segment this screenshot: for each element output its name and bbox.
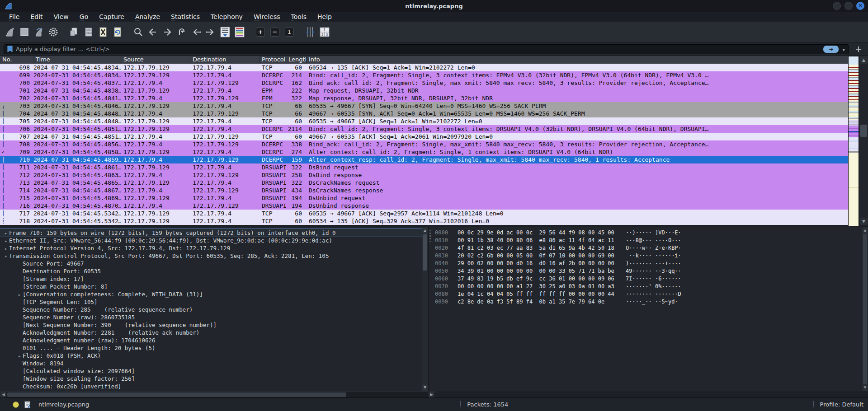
menu-item-telephony[interactable]: Telephony [206, 13, 247, 21]
hex-scrollbar-thumb[interactable] [863, 234, 867, 384]
details-scrollbar-thumb[interactable] [423, 234, 427, 271]
find-packet-icon[interactable] [132, 25, 145, 39]
packet-row-712[interactable]: │7122024-07-31 04:54:45.4863…172.17.79.4… [0, 171, 848, 179]
scroll-right-icon[interactable] [429, 392, 434, 397]
menu-item-file[interactable]: File [5, 13, 24, 21]
number-columns-icon[interactable]: 123 [318, 25, 331, 39]
packet-row-699[interactable]: 6992024-07-31 04:54:45.4834…172.17.79.12… [0, 71, 848, 79]
close-file-icon[interactable] [96, 25, 110, 39]
menu-item-analyze[interactable]: Analyze [131, 13, 165, 21]
menu-item-go[interactable]: Go [75, 13, 93, 21]
hex-row-0010[interactable]: 001000 91 1b 38 40 00 80 06 e8 86 ac 11 … [435, 237, 681, 244]
packet-row-709[interactable]: ✓7092024-07-31 04:54:45.4858…172.17.79.1… [0, 148, 848, 156]
column-header-source[interactable]: Source [121, 56, 190, 64]
detail-line[interactable]: Acknowledgment Number: 2281 (relative ac… [0, 329, 422, 336]
packet-list-scrollbar[interactable] [859, 56, 868, 225]
close-button[interactable] [856, 2, 864, 10]
zoom-in-icon[interactable] [254, 25, 267, 39]
hex-row-0030[interactable]: 003020 02 c2 6b 00 00 05 00 0f 07 10 00 … [435, 252, 681, 260]
apply-filter-button[interactable] [823, 46, 839, 53]
packet-row-702[interactable]: 7022024-07-31 04:54:45.4841…172.17.79.41… [0, 94, 848, 102]
maximize-button[interactable] [844, 2, 853, 10]
packet-row-714[interactable]: │7142024-07-31 04:54:45.4867…172.17.79.4… [0, 187, 848, 194]
packet-row-710[interactable]: │7102024-07-31 04:54:45.4859…172.17.79.4… [0, 156, 848, 163]
column-header-protocol[interactable]: Protocol [259, 56, 286, 64]
restart-capture-icon[interactable] [32, 25, 46, 39]
detail-line[interactable]: ▸[Conversation completeness: Complete, W… [0, 290, 422, 298]
go-to-packet-icon[interactable] [175, 25, 189, 39]
capture-comment-icon[interactable] [24, 401, 30, 408]
hex-scrollbar[interactable] [862, 227, 868, 391]
menu-item-capture[interactable]: Capture [94, 13, 129, 21]
zoom-out-icon[interactable] [268, 25, 282, 39]
packet-row-707[interactable]: │7072024-07-31 04:54:45.4851…172.17.79.4… [0, 133, 848, 140]
detail-line[interactable]: ▸Frame 710: 159 bytes on wire (1272 bits… [0, 229, 422, 237]
expand-icon[interactable]: ▸ [16, 352, 23, 360]
menu-item-edit[interactable]: Edit [26, 13, 47, 21]
hex-scroll-up-icon[interactable] [863, 228, 868, 234]
detail-line[interactable]: Sequence Number (raw): 2860735185 [0, 313, 422, 321]
packet-row-705[interactable]: │7052024-07-31 04:54:45.4848…172.17.79.1… [0, 117, 848, 125]
resize-columns-icon[interactable] [303, 25, 317, 39]
menu-item-wireless[interactable]: Wireless [249, 13, 285, 21]
packet-row-713[interactable]: │7132024-07-31 04:54:45.4865…172.17.79.1… [0, 179, 848, 187]
packet-list-minimap[interactable] [848, 56, 859, 225]
hex-row-0090[interactable]: 0090c2 8e de 0a f3 5f 89 f4 0b a1 35 7e … [435, 298, 681, 306]
hex-row-0050[interactable]: 005034 39 01 00 00 00 00 00 00 00 33 05 … [435, 267, 681, 275]
packet-row-698[interactable]: 6982024-07-31 04:54:45.4834…172.17.79.12… [0, 64, 848, 71]
packet-row-708[interactable]: │7082024-07-31 04:54:45.4856…172.17.79.4… [0, 140, 848, 148]
hex-row-0020[interactable]: 00204f 81 c2 03 ec 77 aa 83 5a d1 65 9a … [435, 244, 681, 252]
expert-info-icon[interactable] [13, 402, 19, 408]
go-forward-icon[interactable] [160, 25, 174, 39]
menu-item-statistics[interactable]: Statistics [166, 13, 204, 21]
detail-line[interactable]: ▸Internet Protocol Version 4, Src: 172.1… [0, 244, 422, 252]
status-profile[interactable]: Profile: Default [820, 401, 863, 408]
column-header-time[interactable]: Time [33, 56, 121, 64]
details-scroll-down-icon[interactable] [422, 384, 428, 391]
pane-splitter[interactable] [429, 227, 432, 391]
expand-icon[interactable]: ▸ [3, 229, 9, 237]
zoom-100-icon[interactable] [283, 25, 296, 39]
capture-options-icon[interactable] [47, 25, 60, 39]
go-back-icon[interactable] [146, 25, 160, 39]
scroll-up-icon[interactable] [860, 56, 868, 64]
detail-line[interactable]: [TCP Segment Len: 105] [0, 298, 422, 306]
packet-row-715[interactable]: │7152024-07-31 04:54:45.4869…172.17.79.1… [0, 194, 848, 202]
menu-item-help[interactable]: Help [313, 13, 336, 21]
detail-line[interactable]: Sequence Number: 285 (relative sequence … [0, 306, 422, 313]
detail-line[interactable]: [Stream Packet Number: 8] [0, 283, 422, 290]
details-scroll-up-icon[interactable] [422, 228, 428, 234]
go-first-icon[interactable] [189, 25, 203, 39]
details-horizontal-scrollbar[interactable] [0, 391, 435, 397]
h-scrollbar-thumb[interactable] [7, 392, 346, 397]
packet-row-703[interactable]: ┌7032024-07-31 04:54:45.4846…172.17.79.1… [0, 102, 848, 110]
start-capture-icon[interactable] [3, 25, 17, 39]
detail-line[interactable]: ▸Flags: 0x018 (PSH, ACK) [0, 352, 422, 360]
detail-line[interactable]: [Next Sequence Number: 390 (relative seq… [0, 321, 422, 329]
auto-scroll-icon[interactable] [218, 25, 232, 39]
packet-row-704[interactable]: │7042024-07-31 04:54:45.4848…172.17.79.4… [0, 110, 848, 117]
expand-icon[interactable]: ▸ [3, 237, 9, 244]
menu-item-tools[interactable]: Tools [286, 13, 311, 21]
detail-line[interactable]: [Window size scaling factor: 256] [0, 375, 422, 383]
colorize-packets-icon[interactable] [233, 25, 246, 39]
column-header-destination[interactable]: Destination [190, 56, 259, 64]
column-header-no[interactable]: No. [0, 56, 33, 64]
packet-row-706[interactable]: │7062024-07-31 04:54:45.4851…172.17.79.1… [0, 125, 848, 133]
menu-item-view[interactable]: View [49, 13, 73, 21]
detail-line[interactable]: Source Port: 49667 [0, 260, 422, 267]
minimize-button[interactable] [833, 2, 841, 10]
go-last-icon[interactable] [204, 25, 217, 39]
hex-row-0000[interactable]: 000000 0c 29 9e 0d ac 00 0c 29 56 44 f9 … [435, 229, 681, 237]
packet-row-718[interactable]: ┊7182024-07-31 04:54:45.5342…172.17.79.1… [0, 217, 848, 225]
collapse-icon[interactable]: ▾ [3, 252, 9, 260]
filter-dropdown-icon[interactable] [840, 45, 847, 53]
packet-row-701[interactable]: 7012024-07-31 04:54:45.4838…172.17.79.12… [0, 87, 848, 94]
stop-capture-icon[interactable] [18, 25, 31, 39]
packet-row-711[interactable]: │7112024-07-31 04:54:45.4861…172.17.79.1… [0, 163, 848, 171]
hex-row-0040[interactable]: 004029 00 02 00 00 00 d0 16 d0 16 af 2b … [435, 260, 681, 267]
column-header-info[interactable]: Info [307, 56, 848, 64]
detail-line[interactable]: ▾Transmission Control Protocol, Src Port… [0, 252, 422, 260]
detail-line[interactable]: Acknowledgment number (raw): 1704610626 [0, 336, 422, 344]
filter-bookmark-icon[interactable] [7, 46, 13, 53]
